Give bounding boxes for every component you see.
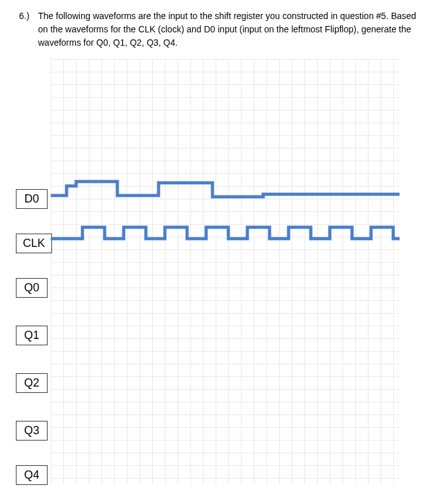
waveform-d0 xyxy=(51,176,400,205)
grid xyxy=(51,59,400,484)
signal-label-q2: Q2 xyxy=(16,373,48,393)
signal-label-clk: CLK xyxy=(16,234,52,253)
question-body: The following waveforms are the input to… xyxy=(38,10,418,50)
signal-label-q3: Q3 xyxy=(16,421,48,441)
signal-label-q1: Q1 xyxy=(16,326,48,345)
question-text: 6.) The following waveforms are the inpu… xyxy=(19,10,418,50)
question-number: 6.) xyxy=(19,10,38,50)
signal-label-d0: D0 xyxy=(16,189,48,209)
signal-label-q4: Q4 xyxy=(16,465,48,485)
waveform-clk xyxy=(51,221,400,249)
signal-label-q0: Q0 xyxy=(16,278,48,298)
waveform-area: D0CLKQ0Q1Q2Q3Q4 xyxy=(13,59,406,484)
